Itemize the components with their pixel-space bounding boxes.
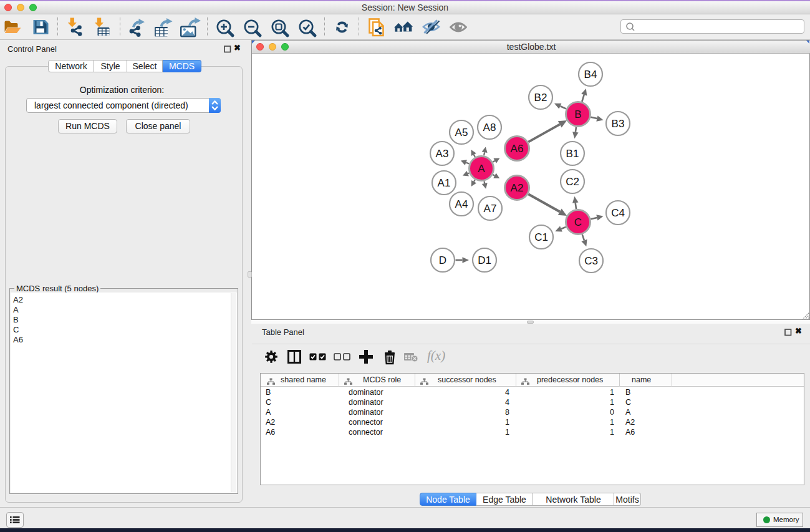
- svg-text:A3: A3: [436, 148, 449, 160]
- svg-text:A1: A1: [438, 177, 451, 189]
- svg-text:C1: C1: [534, 231, 548, 243]
- svg-text:A: A: [478, 163, 485, 175]
- svg-text:B3: B3: [612, 118, 625, 130]
- svg-text:C2: C2: [566, 176, 579, 188]
- svg-text:B4: B4: [584, 69, 597, 80]
- svg-text:D: D: [439, 254, 446, 266]
- svg-text:C: C: [574, 216, 582, 228]
- svg-text:B: B: [574, 109, 581, 120]
- svg-text:B1: B1: [566, 148, 579, 160]
- svg-text:A2: A2: [511, 182, 524, 194]
- svg-text:B2: B2: [534, 92, 547, 104]
- svg-text:A6: A6: [511, 143, 524, 155]
- svg-text:A8: A8: [483, 122, 496, 133]
- svg-text:C4: C4: [611, 207, 625, 219]
- svg-text:A7: A7: [484, 203, 497, 215]
- svg-text:A5: A5: [455, 127, 468, 138]
- svg-text:D1: D1: [478, 254, 491, 266]
- svg-text:A4: A4: [455, 198, 468, 210]
- svg-text:C3: C3: [584, 255, 598, 267]
